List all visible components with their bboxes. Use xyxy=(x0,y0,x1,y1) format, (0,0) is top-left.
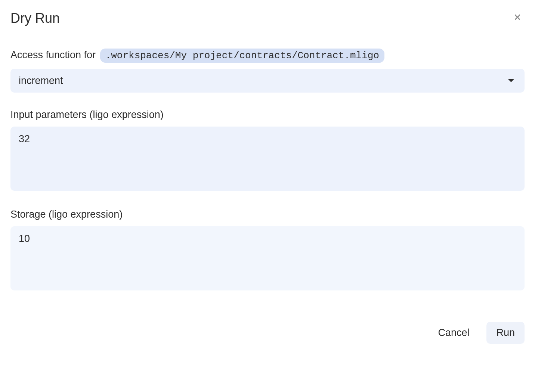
close-icon xyxy=(513,13,522,23)
run-button[interactable]: Run xyxy=(486,322,525,344)
storage-label: Storage (ligo expression) xyxy=(10,209,525,220)
input-parameters-field[interactable] xyxy=(10,127,525,191)
dialog-title: Dry Run xyxy=(10,10,60,26)
access-function-select[interactable]: increment xyxy=(10,69,525,93)
close-button[interactable] xyxy=(510,10,525,26)
input-parameters-label: Input parameters (ligo expression) xyxy=(10,109,525,121)
access-function-label: Access function for .workspaces/My proje… xyxy=(10,49,525,63)
storage-field[interactable] xyxy=(10,226,525,290)
access-function-selected-value: increment xyxy=(19,75,508,87)
cancel-button[interactable]: Cancel xyxy=(428,322,479,344)
access-function-label-text: Access function for xyxy=(10,49,96,60)
file-path-chip: .workspaces/My project/contracts/Contrac… xyxy=(100,49,384,63)
chevron-down-icon xyxy=(508,79,514,82)
